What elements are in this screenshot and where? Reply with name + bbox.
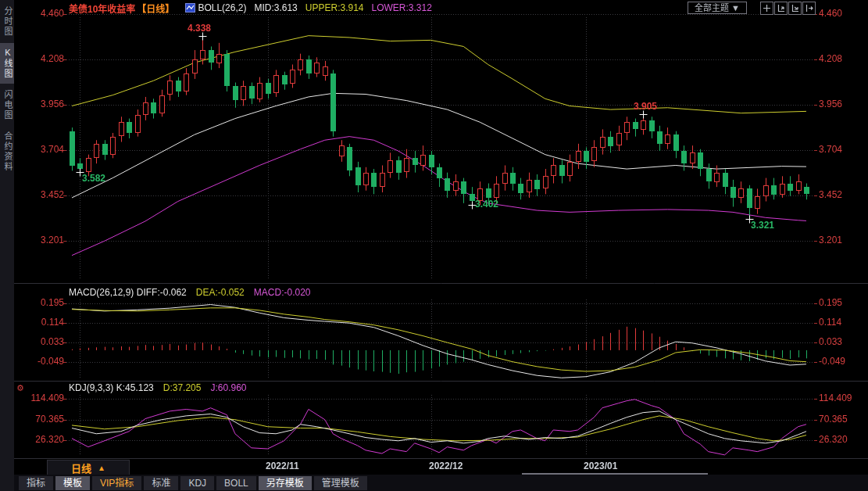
price-annotation: 3.905 xyxy=(634,101,657,112)
axis-tick-label: 26.320 xyxy=(819,434,848,445)
axis-tick-label: 0.114 xyxy=(819,317,841,328)
tab-kdj[interactable]: KDJ xyxy=(180,476,214,490)
axis-tick-label: 3.452 xyxy=(819,189,842,200)
tab-manage-templates[interactable]: 管理模板 xyxy=(314,476,367,490)
macd-diff-value: DIFF:-0.062 xyxy=(137,287,187,298)
chart-header: 美债10年收益率 【日线】 BOLL(26,2) MID:3.613 UPPER… xyxy=(14,0,868,16)
macd-params-label: MACD(26,12,9) xyxy=(69,287,134,298)
axis-tick-label: 3.201 xyxy=(16,235,64,246)
boll-upper-value: UPPER:3.914 xyxy=(305,2,364,13)
period-tag: 【日线】 xyxy=(137,2,174,15)
chart-terminal: 分时图 K线图 闪电图 合约资料 美债10年收益率 【日线】 BOLL(26,2… xyxy=(0,0,868,491)
boll-mid-value: MID:3.613 xyxy=(254,2,297,13)
tab-templates[interactable]: 模板 xyxy=(55,476,90,490)
axis-tick-label: 114.409 xyxy=(819,392,852,403)
period-label: 日线 xyxy=(71,461,91,475)
axis-tick-label: 70.365 xyxy=(16,414,64,425)
tab-save-template[interactable]: 另存模板 xyxy=(259,476,312,490)
kdj-j-value: J:60.960 xyxy=(210,382,246,393)
triangle-up-icon: ▲ xyxy=(98,464,105,472)
price-annotation: 3.321 xyxy=(751,220,774,231)
sidebar-item-kline-chart[interactable]: K线图 xyxy=(0,43,14,84)
axis-tick-label: 4.208 xyxy=(819,53,842,64)
axis-tick-label: -0.049 xyxy=(16,356,64,367)
boll-lower-value: LOWER:3.312 xyxy=(372,2,432,13)
left-sidebar: 分时图 K线图 闪电图 合约资料 xyxy=(0,0,14,491)
horizontal-scrollbar-thumb[interactable] xyxy=(522,473,708,475)
price-annotation: 3.402 xyxy=(475,199,498,210)
macd-label-row: MACD(26,12,9) DIFF:-0.062 DEA:-0.052 MAC… xyxy=(69,287,311,298)
macd-macd-value: MACD:-0.020 xyxy=(254,287,311,298)
period-selector-button[interactable]: 日线 ▲ xyxy=(47,460,130,475)
axis-tick-label: -0.049 xyxy=(819,356,845,367)
tab-standard[interactable]: 标准 xyxy=(144,476,178,490)
axis-tick-label: 4.208 xyxy=(16,53,64,64)
price-annotation: 4.338 xyxy=(188,23,211,34)
price-annotation: 3.582 xyxy=(82,173,105,184)
boll-params-label: BOLL(26,2) xyxy=(198,2,246,13)
kdj-k-value: K:45.123 xyxy=(116,382,154,393)
axis-tick-label: 3.704 xyxy=(819,144,842,155)
bottom-tab-bar: 指标 模板 VIP指标 标准 KDJ BOLL 另存模板 管理模板 xyxy=(14,475,868,491)
kdj-params-label: KDJ(9,3,3) xyxy=(69,382,113,393)
tab-boll[interactable]: BOLL xyxy=(216,476,256,490)
sidebar-item-contract-info[interactable]: 合约资料 xyxy=(0,127,14,177)
axis-tick-label: 0.195 xyxy=(819,297,842,308)
tab-indicators[interactable]: 指标 xyxy=(19,476,53,490)
axis-tick-label: 3.452 xyxy=(16,189,64,200)
kdj-d-value: D:37.205 xyxy=(163,382,202,393)
axis-tick-label: 3.201 xyxy=(819,235,842,246)
axis-tick-label: 0.114 xyxy=(16,317,64,328)
sidebar-item-lightning-chart[interactable]: 闪电图 xyxy=(0,85,14,125)
instrument-title: 美债10年收益率 xyxy=(69,2,135,15)
axis-tick-label: 3.704 xyxy=(16,144,64,155)
kdj-label-row: KDJ(9,3,3) K:45.123 D:37.205 J:60.960 xyxy=(69,382,247,393)
chart-canvas[interactable] xyxy=(0,0,868,491)
axis-tick-label: 114.409 xyxy=(16,392,64,403)
axis-tick-label: 3.956 xyxy=(16,99,64,109)
axis-tick-label: 0.033 xyxy=(819,336,842,347)
macd-dea-value: DEA:-0.052 xyxy=(196,287,245,298)
boll-indicator-icon xyxy=(185,3,195,13)
axis-tick-label: 70.365 xyxy=(819,414,848,425)
axis-tick-label: 0.195 xyxy=(16,297,64,308)
axis-tick-label: 0.033 xyxy=(16,336,64,347)
axis-tick-label: 3.956 xyxy=(819,99,842,109)
tab-vip-indicators[interactable]: VIP指标 xyxy=(92,476,141,490)
axis-tick-label: 26.320 xyxy=(16,434,64,445)
x-axis-row: 日线 ▲ xyxy=(14,458,868,475)
sidebar-item-time-chart[interactable]: 分时图 xyxy=(0,2,14,41)
